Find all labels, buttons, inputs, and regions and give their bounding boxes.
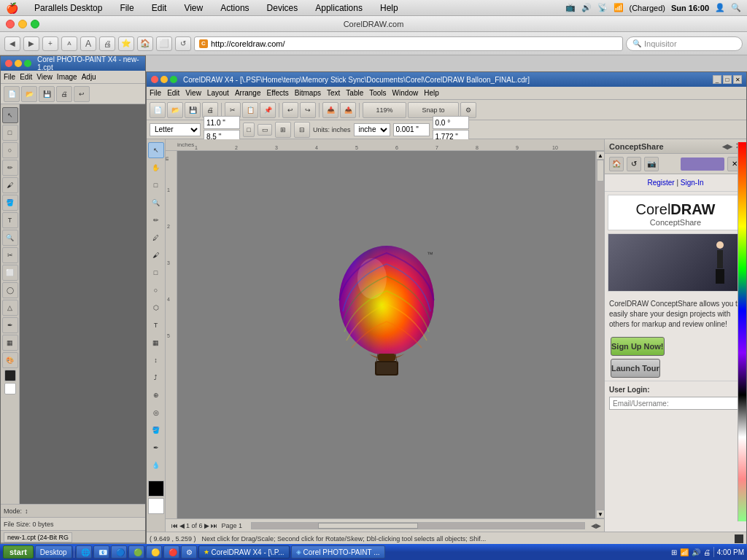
menu-applications[interactable]: Applications — [311, 1, 367, 15]
search-bar[interactable]: 🔍 Inquisitor — [626, 36, 743, 51]
nav-back-button[interactable]: ◀ — [4, 36, 20, 51]
minimize-button[interactable] — [18, 20, 27, 28]
pp-menu-view[interactable]: View — [36, 73, 53, 81]
taskbar-icon-6[interactable]: 🔴 — [163, 545, 179, 559]
cs-expand-btn[interactable]: ◀▶ — [722, 143, 732, 150]
cd-blend-tool[interactable]: ⊕ — [148, 387, 164, 403]
pp-new-btn[interactable]: 📄 — [4, 86, 20, 102]
taskbar-coreldraw-btn[interactable]: ★ CorelDRAW X4 - [\.P... — [198, 545, 290, 559]
cd-ellipse-tool[interactable]: ○ — [148, 282, 164, 298]
cd-eyedrop-tool[interactable]: 💧 — [148, 457, 164, 473]
taskbar-icon-5[interactable]: 🟡 — [146, 545, 162, 559]
menu-help[interactable]: Help — [376, 1, 403, 15]
pp-close[interactable] — [5, 60, 12, 67]
cd-color-black[interactable] — [148, 481, 164, 497]
nav-textsize-smaller[interactable]: A — [61, 36, 77, 51]
cd-scrollbar-horizontal[interactable] — [251, 522, 585, 529]
nav-bookmark-button[interactable]: ⭐ — [118, 36, 134, 51]
cs-tour-button[interactable]: Launch Tour — [611, 359, 660, 378]
cs-email-input[interactable] — [609, 397, 742, 410]
cd-new-btn[interactable]: 📄 — [150, 102, 166, 118]
cd-import-btn[interactable]: 📥 — [322, 102, 338, 118]
cd-menu-bitmaps[interactable]: Bitmaps — [295, 89, 321, 97]
pp-text-tool[interactable]: T — [2, 212, 18, 228]
cd-outline-tool[interactable]: ✒ — [148, 440, 164, 456]
menu-edit[interactable]: Edit — [147, 1, 171, 15]
cd-menu-help[interactable]: Help — [424, 89, 439, 97]
url-bar[interactable]: C http://coreldraw.com/ — [194, 36, 623, 51]
cd-winbtn-minimize[interactable]: _ — [713, 75, 721, 84]
cd-page-last-btn[interactable]: ⏭ — [211, 522, 217, 529]
cd-connector-tool[interactable]: ⤴ — [148, 370, 164, 386]
cd-crop-tool[interactable]: □ — [148, 177, 164, 193]
menu-parallels[interactable]: Parallels Desktop — [30, 1, 107, 15]
cs-home-btn[interactable]: 🏠 — [609, 157, 624, 171]
cd-zoom-tool[interactable]: 🔍 — [148, 195, 164, 211]
cd-select-tool[interactable]: ↖ — [148, 142, 164, 158]
pp-zoom-tool[interactable]: 🔍 — [2, 230, 18, 246]
cd-artmedia-tool[interactable]: 🖌 — [148, 247, 164, 263]
menu-view[interactable]: View — [179, 1, 207, 15]
apple-menu[interactable]: 🍎 — [6, 2, 18, 14]
cd-page-frames-btn[interactable]: ⊞ — [275, 122, 291, 138]
cd-menu-edit[interactable]: Edit — [167, 89, 179, 97]
cs-register-link[interactable]: Register — [647, 179, 674, 187]
pp-menu-file[interactable]: File — [4, 73, 15, 81]
cd-contour-tool[interactable]: ◎ — [148, 405, 164, 421]
pp-tab[interactable]: new-1.cpt (24-Bit RG — [4, 532, 72, 542]
taskbar-photopaint-btn[interactable]: ◈ Corel PHOTO-PAINT ... — [291, 545, 385, 559]
taskbar-start-button[interactable]: start — [3, 545, 34, 559]
cd-menu-tools[interactable]: Tools — [369, 89, 386, 97]
nav-refresh-button[interactable]: ↺ — [175, 36, 191, 51]
cd-page-size-select[interactable]: Letter — [150, 123, 201, 136]
pp-fill-tool[interactable]: 🪣 — [2, 195, 18, 211]
cd-table-tool[interactable]: ▦ — [148, 335, 164, 351]
pp-select-tool[interactable]: ↖ — [2, 107, 18, 123]
cd-redo-btn[interactable]: ↪ — [300, 102, 316, 118]
pp-pen-tool[interactable]: ✒ — [2, 317, 18, 333]
cd-scrollbar-vertical[interactable]: ▲ ▼ — [595, 151, 604, 518]
cd-menu-view[interactable]: View — [185, 89, 201, 97]
cd-width-input[interactable] — [204, 116, 240, 129]
nav-home-button[interactable]: 🏠 — [137, 36, 153, 51]
cd-dimension-tool[interactable]: ↕ — [148, 352, 164, 368]
nav-textsize-larger[interactable]: A — [80, 36, 96, 51]
taskbar-icon-4[interactable]: 🟢 — [128, 545, 144, 559]
cd-open-btn[interactable]: 📂 — [167, 102, 183, 118]
pp-paint-tool[interactable]: ✏ — [2, 160, 18, 176]
cd-smartdraw-tool[interactable]: 🖊 — [148, 230, 164, 246]
cd-angle1-input[interactable] — [433, 116, 469, 129]
cd-undo-btn[interactable]: ↩ — [282, 102, 298, 118]
cd-freehand-tool[interactable]: ✏ — [148, 212, 164, 228]
taskbar-icon-7[interactable]: ⚙ — [181, 545, 197, 559]
cd-fill-tool[interactable]: 🪣 — [148, 422, 164, 438]
cd-menu-arrange[interactable]: Arrange — [235, 89, 261, 97]
cd-page-next-btn[interactable]: ▶ — [204, 522, 209, 529]
cd-export-btn[interactable]: 📤 — [340, 102, 356, 118]
pp-maximize[interactable] — [24, 60, 31, 67]
cd-scroll-thumb-h[interactable] — [318, 523, 418, 529]
cs-signup-button[interactable]: Sign Up Now! — [611, 337, 665, 356]
pp-menu-edit[interactable]: Edit — [20, 73, 32, 81]
cd-portrait-btn[interactable]: □ — [243, 122, 255, 137]
pp-dodge-tool[interactable]: △ — [2, 300, 18, 316]
nav-print-button[interactable]: 🖨 — [99, 36, 115, 51]
pp-color-tool[interactable]: 🎨 — [2, 352, 18, 368]
cd-color-white[interactable] — [148, 498, 164, 514]
nav-forward-button[interactable]: ▶ — [23, 36, 39, 51]
cd-menu-window[interactable]: Window — [392, 89, 419, 97]
menu-actions[interactable]: Actions — [216, 1, 253, 15]
cd-rect-tool[interactable]: □ — [148, 265, 164, 281]
cd-menu-text[interactable]: Text — [327, 89, 340, 97]
pp-brush-tool[interactable]: 🖌 — [2, 177, 18, 193]
nav-add-button[interactable]: + — [42, 36, 58, 51]
pp-undo-btn[interactable]: ↩ — [74, 86, 90, 102]
pp-mask-tool[interactable]: □ — [2, 125, 18, 141]
cd-units-select[interactable]: inches — [354, 123, 390, 136]
cd-polygon-tool[interactable]: ⬡ — [148, 300, 164, 316]
cd-menu-effects[interactable]: Effects — [266, 89, 288, 97]
cd-landscape-btn[interactable]: ▭ — [258, 124, 272, 136]
cd-bleed-btn[interactable]: ⊟ — [294, 122, 310, 138]
taskbar-icon-1[interactable]: 🌐 — [76, 545, 92, 559]
cd-maximize[interactable] — [170, 76, 177, 83]
